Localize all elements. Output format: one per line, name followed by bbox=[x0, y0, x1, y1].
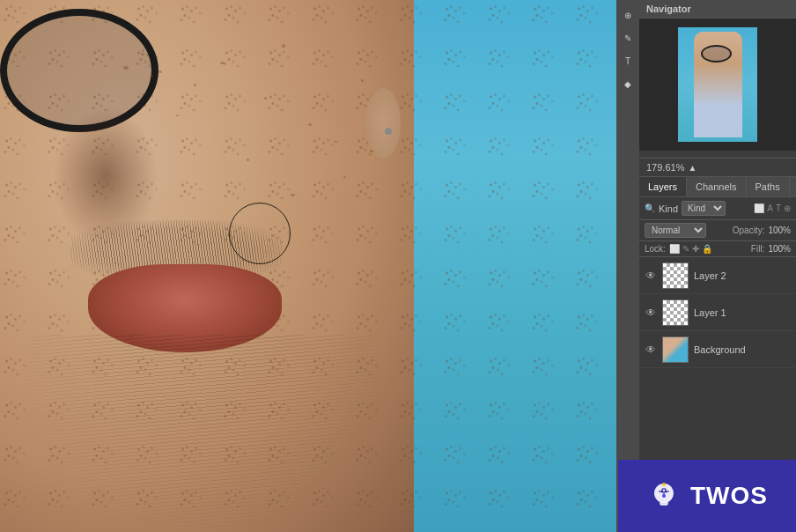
lock-label: Lock: bbox=[645, 244, 666, 254]
navigator-icon[interactable]: ⊕ bbox=[620, 7, 636, 23]
pencil-icon[interactable]: ✎ bbox=[620, 30, 636, 46]
svg-point-11 bbox=[662, 494, 666, 498]
freckle bbox=[282, 44, 285, 48]
freckle bbox=[176, 115, 179, 116]
filter-icon-4[interactable]: ⊕ bbox=[784, 203, 791, 213]
shape-icon[interactable]: ◆ bbox=[620, 76, 636, 92]
brush-cursor bbox=[229, 203, 291, 264]
lock-icon-4[interactable]: 🔒 bbox=[702, 244, 712, 254]
freckle bbox=[361, 79, 364, 82]
freckle bbox=[370, 150, 373, 152]
freckle bbox=[247, 159, 249, 161]
navigator-thumbnail bbox=[639, 18, 796, 151]
layer-item-2[interactable]: 👁 Layer 2 bbox=[639, 257, 796, 294]
layer-1-thumbnail bbox=[662, 299, 689, 326]
freckle bbox=[335, 141, 337, 143]
twos-badge: TWOS bbox=[618, 460, 796, 532]
filter-icon-2[interactable]: A bbox=[767, 203, 773, 213]
freckle bbox=[291, 194, 295, 196]
svg-rect-12 bbox=[661, 502, 667, 503]
layers-tabs: Layers Channels Paths bbox=[639, 177, 796, 197]
navigator-header: Navigator bbox=[639, 0, 796, 18]
background-name: Background bbox=[694, 344, 791, 355]
nav-thumb-image bbox=[678, 27, 757, 142]
opacity-label: Opacity: bbox=[733, 225, 765, 235]
toolbar-right: ⊕ ✎ T ◆ bbox=[616, 0, 639, 532]
nav-thumb-glasses bbox=[701, 45, 732, 63]
layer-1-visibility-icon[interactable]: 👁 bbox=[645, 307, 657, 319]
twos-logo-icon bbox=[646, 478, 682, 514]
freckle bbox=[220, 62, 225, 64]
zoom-value: 179.61% bbox=[646, 162, 684, 173]
freckle bbox=[141, 53, 144, 55]
tab-layers[interactable]: Layers bbox=[639, 177, 687, 196]
freckle bbox=[150, 75, 153, 78]
lock-row: Lock: ⬜ ✎ ✚ 🔒 Fill: 100% bbox=[639, 241, 796, 257]
fill-label: Fill: bbox=[751, 244, 765, 254]
main-container: ⊕ ✎ T ◆ Navigator 179.61% ▲ bbox=[0, 0, 796, 532]
lock-icon-1[interactable]: ⬜ bbox=[669, 244, 680, 254]
filter-icon-1[interactable]: ⬜ bbox=[754, 203, 764, 213]
layer-item-1[interactable]: 👁 Layer 1 bbox=[639, 294, 796, 331]
freckle bbox=[264, 97, 267, 100]
ear bbox=[365, 88, 401, 159]
freckle bbox=[308, 123, 312, 126]
navigator-title: Navigator bbox=[646, 4, 691, 14]
filter-icons-row: ⬜ A T ⊕ bbox=[754, 203, 791, 213]
opacity-value: 100% bbox=[768, 225, 791, 235]
fill-value: 100% bbox=[768, 244, 791, 254]
right-panel: ⊕ ✎ T ◆ Navigator 179.61% ▲ bbox=[616, 0, 796, 532]
lock-icons: ⬜ ✎ ✚ 🔒 bbox=[669, 244, 712, 254]
text-icon[interactable]: T bbox=[620, 53, 636, 69]
svg-point-13 bbox=[662, 483, 666, 486]
lock-icon-2[interactable]: ✎ bbox=[682, 244, 689, 254]
blend-mode-dropdown[interactable]: Normal bbox=[645, 223, 706, 238]
navigator-panel: Navigator bbox=[639, 0, 796, 159]
filter-kind-label: Kind bbox=[659, 203, 678, 214]
beard bbox=[26, 335, 379, 528]
filter-kind-dropdown[interactable]: Kind bbox=[682, 201, 726, 216]
tab-paths[interactable]: Paths bbox=[747, 177, 790, 196]
background-visibility-icon[interactable]: 👁 bbox=[645, 344, 657, 356]
freckle bbox=[194, 84, 196, 86]
blend-row: Normal Opacity: 100% bbox=[639, 220, 796, 241]
background-thumbnail bbox=[662, 336, 689, 363]
freckle bbox=[158, 70, 162, 73]
earring bbox=[385, 128, 392, 135]
layer-1-name: Layer 1 bbox=[694, 307, 791, 318]
layer-2-name: Layer 2 bbox=[694, 270, 791, 281]
svg-point-10 bbox=[665, 491, 667, 493]
lock-icon-3[interactable]: ✚ bbox=[692, 244, 699, 254]
filter-search-icon: 🔍 bbox=[645, 203, 655, 213]
filter-icon-3[interactable]: T bbox=[776, 203, 781, 213]
layer-item-background[interactable]: 👁 Background bbox=[639, 331, 796, 368]
filter-bar: 🔍 Kind Kind ⬜ A T ⊕ bbox=[639, 197, 796, 220]
tab-channels[interactable]: Channels bbox=[687, 177, 746, 196]
zoom-bar: 179.61% ▲ bbox=[639, 159, 796, 177]
freckle bbox=[123, 66, 129, 70]
layer-2-thumbnail bbox=[662, 262, 689, 289]
svg-point-9 bbox=[661, 491, 664, 493]
twos-text: TWOS bbox=[690, 482, 768, 510]
layer-2-visibility-icon[interactable]: 👁 bbox=[645, 270, 657, 282]
freckle bbox=[343, 176, 346, 178]
nav-thumb-person bbox=[694, 32, 742, 137]
svg-rect-2 bbox=[660, 504, 667, 506]
zoom-arrow: ▲ bbox=[688, 163, 696, 173]
canvas-area bbox=[0, 0, 616, 532]
